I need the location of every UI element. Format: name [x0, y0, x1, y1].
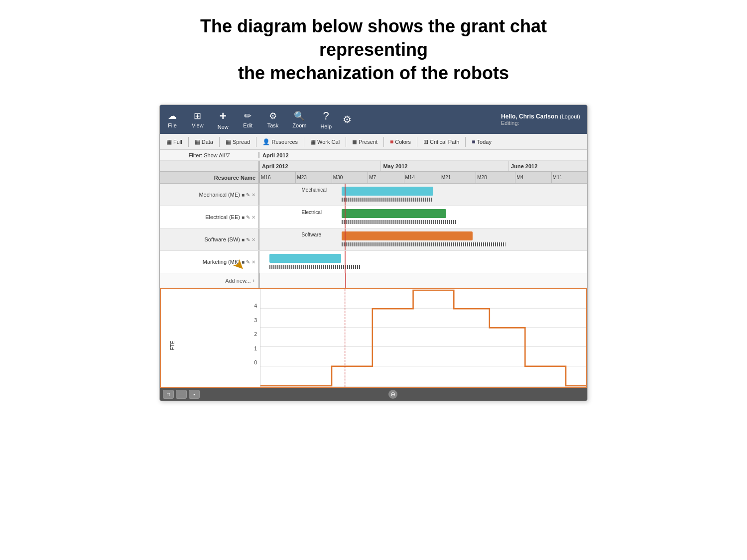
toolbar: ▦ Full ▦ Data ▦ Spread 👤 Resources ▦ Wor…: [160, 134, 587, 150]
software-chart-area: Software: [259, 228, 587, 250]
timeline-header: April 2012 May 2012 June 2012: [160, 161, 587, 172]
marketing-bar[interactable]: Specification: [269, 254, 342, 263]
electrical-square-icon: ■: [242, 215, 245, 220]
software-gantt-bar: [342, 231, 473, 240]
toolbar-sep-1: [188, 137, 189, 147]
marketing-chart-area: Specification: [259, 251, 587, 273]
scroll-circle-btn[interactable]: ⊖: [388, 390, 397, 399]
menu-task[interactable]: ⚙ Task: [260, 105, 286, 134]
workcal-icon: ▦: [310, 138, 316, 145]
toolbar-resources-btn[interactable]: 👤 Resources: [259, 137, 301, 146]
left-panel-month-header: [160, 161, 259, 171]
add-new-btn[interactable]: Add new... +: [160, 273, 259, 288]
status-bar: □ — ▪ ⊖: [160, 388, 587, 401]
present-flag-icon: ◼: [352, 138, 357, 145]
new-plus-icon: +: [220, 109, 227, 123]
software-edit-icon[interactable]: ✎: [246, 237, 250, 242]
week-m11: M11: [551, 172, 562, 183]
software-delete-btn[interactable]: ✕: [251, 237, 255, 242]
month-april: April 2012: [259, 161, 288, 171]
toolbar-sep-2: [219, 137, 220, 147]
resource-header-row: Resource Name M16 M23 M30 M7 M14 M21 M28…: [160, 172, 587, 184]
y-label-4: 4: [164, 303, 257, 309]
electrical-edit-icon[interactable]: ✎: [246, 215, 250, 220]
mechanical-hash-bar: [342, 198, 433, 202]
chart-panel: FTE 0 1 2 3 4: [160, 288, 587, 388]
toolbar-present-btn[interactable]: ◼ Present: [349, 137, 381, 146]
menu-edit[interactable]: ✏ Edit: [236, 105, 260, 134]
toolbar-full-btn[interactable]: ▦ Full: [163, 137, 186, 146]
menu-view[interactable]: ⊞ View: [185, 105, 211, 134]
software-label: Software (SW): [204, 236, 240, 242]
mechanical-edit-icon[interactable]: ✎: [246, 192, 250, 198]
software-square-icon: ■: [242, 237, 245, 242]
fte-label: FTE: [170, 341, 175, 350]
mechanical-square-icon: ■: [242, 192, 245, 198]
status-btn-2[interactable]: —: [176, 390, 187, 399]
gear-settings-btn[interactable]: ⚙: [339, 105, 356, 134]
resource-chart-svg: [260, 289, 586, 387]
electrical-chart-area: Electrical: [259, 206, 587, 228]
menu-file[interactable]: ☁ File: [160, 105, 185, 134]
y-label-0: 0: [164, 360, 257, 365]
today-line-marketing: [345, 251, 346, 273]
toolbar-workcal-btn[interactable]: ▦ Work Cal: [307, 137, 343, 146]
task-gear-icon: ⚙: [269, 111, 277, 121]
electrical-delete-btn[interactable]: ✕: [251, 215, 255, 220]
electrical-label: Electrical (EE): [205, 214, 240, 220]
y-label-1: 1: [164, 346, 257, 351]
marketing-gantt-bar: [269, 254, 342, 263]
add-new-row: Add new... +: [160, 273, 587, 288]
filter-row: Filter: Show All ▽ April 2012: [160, 150, 587, 161]
software-hash-bar: [342, 242, 505, 246]
status-square-icon-1: □: [167, 392, 170, 397]
today-line-mechanical: [345, 184, 346, 206]
toolbar-spread-btn[interactable]: ▦ Spread: [222, 137, 253, 146]
toolbar-colors-btn[interactable]: ■ Colors: [386, 137, 414, 146]
today-line-electrical: [345, 206, 346, 228]
timeline-months: April 2012 May 2012 June 2012: [259, 161, 587, 171]
toolbar-sep-6: [383, 137, 384, 147]
toolbar-data-btn[interactable]: ▦ Data: [191, 137, 217, 146]
resource-left-software: Software (SW) ■ ✎ ✕: [160, 228, 259, 250]
resource-row-software: Software (SW) ■ ✎ ✕ Software: [160, 228, 587, 251]
full-icon: ▦: [166, 138, 172, 145]
menu-new[interactable]: + New: [211, 105, 236, 134]
status-btn-3[interactable]: ▪: [189, 390, 200, 399]
week-m16: M16: [259, 172, 270, 183]
mechanical-chart-area: Mechanical: [259, 184, 587, 206]
help-question-icon: ?: [323, 110, 329, 122]
resources-person-icon: 👤: [262, 138, 270, 145]
resource-row-marketing: ➤ Marketing (MK) ■ ✎ ✕ Specification: [160, 251, 587, 273]
y-label-3: 3: [164, 318, 257, 323]
chart-y-axis: FTE 0 1 2 3 4: [161, 289, 260, 387]
marketing-delete-btn[interactable]: ✕: [251, 259, 255, 265]
month-may: May 2012: [380, 161, 407, 171]
data-icon: ▦: [195, 138, 200, 145]
status-btn-1[interactable]: □: [163, 390, 174, 399]
user-info: Hello, Chris Carlson (Logout) Editing:: [494, 105, 587, 134]
status-square-icon-2: ▪: [193, 392, 195, 397]
gear-icon: ⚙: [343, 113, 352, 125]
mechanical-gantt-bar: [342, 187, 433, 196]
mechanical-bar[interactable]: Mechanical: [342, 187, 433, 196]
filter-label[interactable]: Filter: Show All ▽: [160, 152, 259, 158]
electrical-bar[interactable]: Electrical: [342, 209, 447, 218]
filter-icon: ▽: [226, 152, 230, 158]
colors-swatch-icon: ■: [390, 138, 393, 145]
spread-icon: ▦: [226, 138, 231, 145]
software-bar[interactable]: Software: [342, 231, 473, 240]
week-m23: M23: [295, 172, 306, 183]
today-calendar-icon: ■: [472, 138, 475, 145]
week-m14: M14: [404, 172, 415, 183]
menu-help[interactable]: ? Help: [313, 105, 339, 134]
toolbar-sep-3: [256, 137, 256, 147]
marketing-hash-bar: [269, 265, 361, 269]
toolbar-criticalpath-btn[interactable]: ⊞ Critical Path: [420, 137, 463, 146]
mechanical-delete-btn[interactable]: ✕: [251, 192, 255, 198]
menu-bar: ☁ File ⊞ View + New ✏ Edit ⚙ Task 🔍 Zoom…: [160, 105, 587, 134]
user-name: Hello, Chris Carlson (Logout): [501, 113, 580, 120]
mechanical-label: Mechanical (ME): [199, 192, 240, 198]
menu-zoom[interactable]: 🔍 Zoom: [285, 105, 313, 134]
toolbar-today-btn[interactable]: ■ Today: [468, 137, 495, 146]
